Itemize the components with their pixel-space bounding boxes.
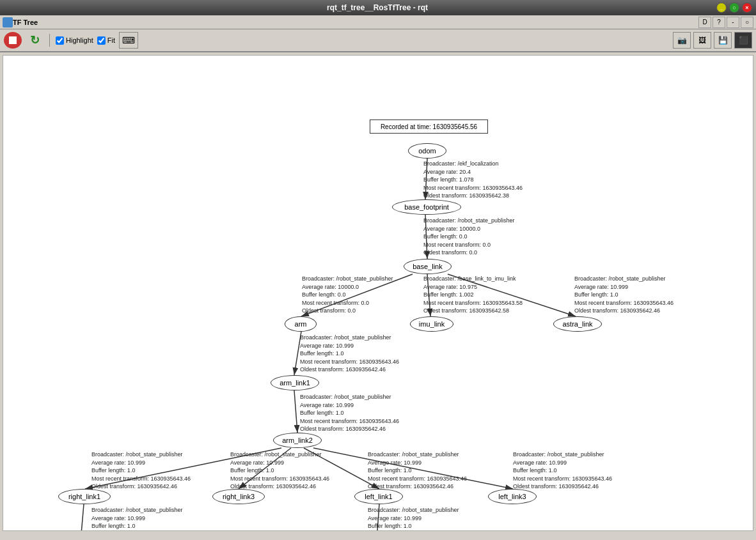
toolbar: ↻ Highlight Fit ⌨ 📷 🖼 💾 ⬛ xyxy=(0,29,756,52)
odom-info: Broadcaster: /ekf_localization Average r… xyxy=(423,160,523,200)
right-link1-info: Broadcaster: /robot_state_publisher Aver… xyxy=(91,506,191,531)
svg-line-8 xyxy=(294,390,297,433)
help-button[interactable]: ? xyxy=(713,17,725,28)
stop-button[interactable] xyxy=(4,32,22,49)
fit-checkbox[interactable] xyxy=(97,36,106,45)
arm-link1-label: arm_link1 xyxy=(280,379,310,387)
main-canvas: Recorded at time: 1630935645.56 odom Bro… xyxy=(3,55,753,531)
right-link3-node[interactable]: right_link3 xyxy=(212,489,265,504)
highlight-checkbox-label[interactable]: Highlight xyxy=(56,36,93,45)
astra-info: Broadcaster: /robot_state_publisher Aver… xyxy=(574,275,673,315)
close-button[interactable]: × xyxy=(742,3,752,13)
arm-node[interactable]: arm xyxy=(285,316,317,332)
right-link1-node[interactable]: right_link1 xyxy=(58,489,111,504)
title-bar-title: rqt_tf_tree__RosTfTree - rqt xyxy=(38,3,716,12)
keyboard-button[interactable]: ⌨ xyxy=(119,32,138,49)
left-link1-node[interactable]: left_link1 xyxy=(354,489,403,504)
save-button[interactable]: 💾 xyxy=(714,32,732,49)
recorded-label: Recorded at time: 1630935645.56 xyxy=(381,123,477,130)
left-link3-branch-info: Broadcaster: /robot_state_publisher Aver… xyxy=(513,451,612,491)
arm-info: Broadcaster: /robot_state_publisher Aver… xyxy=(302,275,393,315)
svg-line-13 xyxy=(80,504,84,530)
fit-label: Fit xyxy=(107,36,115,44)
arm-label: arm xyxy=(295,320,307,328)
base-footprint-node[interactable]: base_footprint xyxy=(392,199,461,215)
image-button[interactable]: 🖼 xyxy=(693,32,711,49)
toolbar-separator-1 xyxy=(49,34,50,47)
toolbar-right: 📷 🖼 💾 ⬛ xyxy=(673,32,752,49)
astra-link-node[interactable]: astra_link xyxy=(553,316,602,332)
fullscreen-button[interactable]: ⬛ xyxy=(734,32,752,49)
recorded-node: Recorded at time: 1630935645.56 xyxy=(370,120,488,134)
fit-checkbox-label[interactable]: Fit xyxy=(97,36,115,45)
menu-bar: TF Tree D ? - ○ xyxy=(0,15,756,29)
base-footprint-label: base_footprint xyxy=(404,203,449,211)
left-link3-node[interactable]: left_link3 xyxy=(488,489,537,504)
right-link1-label: right_link1 xyxy=(68,493,100,500)
title-bar: rqt_tf_tree__RosTfTree - rqt _ ○ × xyxy=(0,0,756,15)
help-d-button[interactable]: D xyxy=(698,17,711,28)
maximize-button[interactable]: ○ xyxy=(729,3,739,13)
tf-tree-icon xyxy=(3,17,13,27)
left-link3-label: left_link3 xyxy=(498,493,526,500)
base-link-node[interactable]: base_link xyxy=(404,259,452,274)
highlight-checkbox[interactable] xyxy=(56,36,64,45)
menu-close-button[interactable]: ○ xyxy=(741,17,753,28)
menu-minimize-button[interactable]: - xyxy=(727,17,739,28)
arm-link2-node[interactable]: arm_link2 xyxy=(273,433,322,448)
left-link1-label: left_link1 xyxy=(365,493,392,500)
right-link1-branch-info: Broadcaster: /robot_state_publisher Aver… xyxy=(91,451,191,491)
left-link1-info: Broadcaster: /robot_state_publisher Aver… xyxy=(368,506,467,531)
base-footprint-info: Broadcaster: /robot_state_publisher Aver… xyxy=(423,217,515,257)
imu-info: Broadcaster: /base_link_to_imu_link Aver… xyxy=(423,275,523,315)
astra-link-label: astra_link xyxy=(562,320,592,328)
arm-link1-info: Broadcaster: /robot_state_publisher Aver… xyxy=(300,334,399,374)
right-link3-branch-info: Broadcaster: /robot_state_publisher Aver… xyxy=(230,451,329,491)
arm-link2-label: arm_link2 xyxy=(282,436,313,444)
left-link1-branch-info: Broadcaster: /robot_state_publisher Aver… xyxy=(368,451,467,491)
arm-link2-info: Broadcaster: /robot_state_publisher Aver… xyxy=(300,393,399,433)
screenshot-button[interactable]: 📷 xyxy=(673,32,691,49)
minimize-button[interactable]: _ xyxy=(716,3,727,13)
imu-link-label: imu_link xyxy=(419,320,445,328)
highlight-label: Highlight xyxy=(66,36,93,44)
odom-node[interactable]: odom xyxy=(408,143,446,158)
base-link-label: base_link xyxy=(413,263,442,270)
arm-link1-node[interactable]: arm_link1 xyxy=(271,375,319,390)
menu-bar-right: D ? - ○ xyxy=(698,17,753,28)
refresh-button[interactable]: ↻ xyxy=(26,32,43,49)
odom-label: odom xyxy=(418,147,436,155)
svg-rect-0 xyxy=(9,36,17,44)
menu-bar-title: TF Tree xyxy=(13,19,38,26)
right-link3-label: right_link3 xyxy=(223,493,255,500)
title-bar-controls: _ ○ × xyxy=(716,3,756,13)
imu-link-node[interactable]: imu_link xyxy=(410,316,453,332)
